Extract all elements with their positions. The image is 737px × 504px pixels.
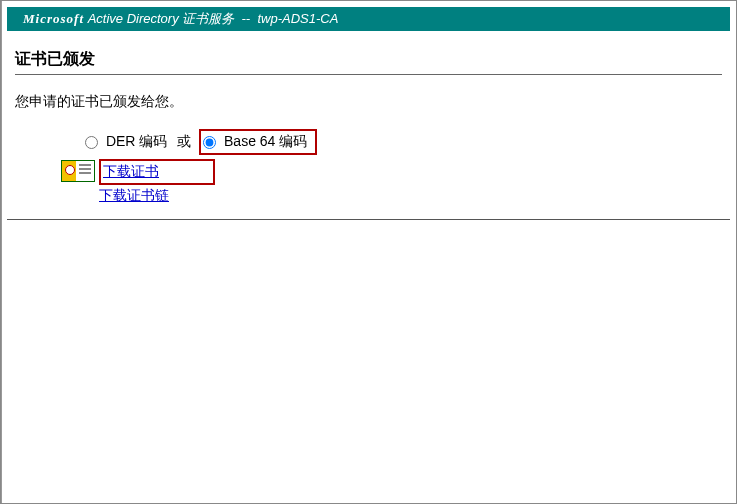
or-text: 或 <box>177 133 191 149</box>
ca-name: twp-ADS1-CA <box>257 11 338 26</box>
header-banner: Microsoft Active Directory 证书服务 -- twp-A… <box>7 7 730 31</box>
brand-text: Microsoft <box>23 11 84 26</box>
page-title: 证书已颁发 <box>15 49 722 70</box>
title-divider <box>15 74 722 75</box>
product-name: Active Directory <box>88 11 179 26</box>
download-cert-link[interactable]: 下载证书 <box>103 163 159 179</box>
banner-separator: -- <box>242 11 251 26</box>
download-cert-highlight-box: 下载证书 <box>99 159 215 185</box>
base64-label[interactable]: Base 64 编码 <box>224 133 307 149</box>
der-label[interactable]: DER 编码 <box>106 133 167 149</box>
base64-radio[interactable] <box>203 136 216 149</box>
bottom-divider <box>7 219 730 220</box>
product-text: Active Directory 证书服务 -- twp-ADS1-CA <box>88 11 339 26</box>
issued-message: 您申请的证书已颁发给您。 <box>15 93 722 111</box>
download-chain-link[interactable]: 下载证书链 <box>99 185 215 205</box>
base64-highlight-box: Base 64 编码 <box>199 129 317 155</box>
der-radio[interactable] <box>85 136 98 149</box>
encoding-options: DER 编码 或 Base 64 编码 <box>85 129 722 155</box>
download-block: 下载证书 下载证书链 <box>61 159 722 205</box>
certificate-icon <box>61 160 95 182</box>
service-label: 证书服务 <box>182 11 234 26</box>
